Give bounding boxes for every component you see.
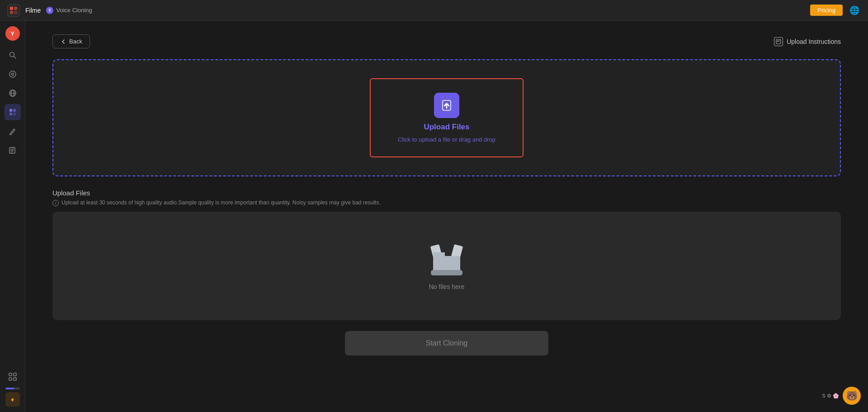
mascot-area: S ⚙ 🌸 🐻 [822,387,861,405]
folder-illustration-svg [426,242,467,278]
upload-instructions-icon [774,37,783,46]
upload-drop-zone[interactable]: Upload Files Click to upload a file or d… [52,59,841,176]
mascot-text-left: S ⚙ 🌸 [822,393,839,399]
app-logo [7,4,20,17]
svg-rect-19 [14,378,16,380]
sidebar-progress-fill [5,388,14,389]
upload-title: Upload Files [424,123,469,132]
sidebar-progress-bar [5,388,20,389]
page-badge-text: Voice Cloning [56,7,92,14]
sidebar-item-search[interactable] [5,47,21,63]
sidebar-diamond[interactable]: ♦ [5,392,20,407]
content-topbar: Back Upload Instructions [52,34,841,48]
avatar[interactable]: Y [5,26,20,41]
start-cloning-button[interactable]: Start Cloning [345,331,548,355]
upload-files-hint: i Upload at least 30 seconds of high qua… [52,199,841,206]
svg-rect-14 [13,113,16,115]
svg-rect-11 [9,109,12,112]
back-button[interactable]: Back [52,34,90,48]
sidebar-item-globe[interactable] [5,85,21,101]
header: Filme 🎙 Voice Cloning Pricing 🌐 [0,0,868,21]
back-button-label: Back [69,38,82,45]
svg-rect-0 [10,7,13,10]
upload-files-section: Upload Files i Upload at least 30 second… [52,189,841,320]
sidebar: Y [0,21,25,412]
mascot-icon: 🐻 [843,387,861,405]
page-badge: 🎙 Voice Cloning [46,7,92,14]
svg-line-5 [14,57,16,59]
pricing-button[interactable]: Pricing [810,5,843,16]
svg-point-6 [9,71,16,77]
sidebar-item-edit[interactable] [5,123,21,139]
sidebar-item-audio[interactable] [5,66,21,82]
sidebar-item-files[interactable] [5,142,21,158]
svg-rect-26 [431,270,462,275]
content-area: Back Upload Instructions [25,21,868,412]
upload-instructions-label: Upload Instructions [787,38,841,45]
globe-button[interactable]: 🌐 [848,4,861,17]
upload-subtitle: Click to upload a file or drag and drop [398,136,495,143]
upload-files-title: Upload Files [52,189,841,197]
svg-rect-2 [10,11,13,14]
main-layout: Y [0,21,868,412]
svg-rect-25 [433,252,445,258]
sidebar-item-media[interactable] [5,104,21,120]
svg-rect-3 [14,11,17,14]
svg-rect-17 [14,373,16,376]
upload-zone-inner[interactable]: Upload Files Click to upload a file or d… [370,78,524,157]
upload-icon [434,93,459,118]
svg-point-7 [11,73,14,76]
header-right: Pricing 🌐 [810,4,861,17]
no-files-text: No files here [429,283,465,290]
upload-instructions-button[interactable]: Upload Instructions [774,37,841,46]
files-area: No files here [52,212,841,320]
hint-icon: i [52,200,59,206]
sidebar-apps-icon[interactable] [5,369,21,385]
header-left: Filme 🎙 Voice Cloning [7,4,92,17]
voice-cloning-icon: 🎙 [46,7,53,14]
empty-folder: No files here [426,242,467,290]
svg-rect-16 [9,373,12,376]
hint-text: Upload at least 30 seconds of high quali… [61,199,381,206]
sidebar-bottom: ♦ [5,369,21,407]
svg-rect-18 [9,378,12,380]
svg-rect-1 [14,7,17,10]
app-name: Filme [25,7,41,14]
start-cloning-container: Start Cloning [52,331,841,355]
svg-rect-12 [13,109,16,112]
svg-rect-13 [9,113,12,115]
